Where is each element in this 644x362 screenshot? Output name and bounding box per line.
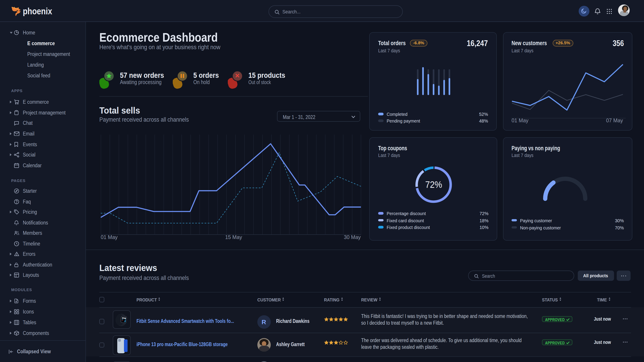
svg-text:30 May: 30 May — [344, 234, 361, 240]
svg-text:01 May: 01 May — [100, 234, 118, 240]
svg-text:72%: 72% — [425, 179, 442, 189]
svg-text:07 May: 07 May — [606, 118, 623, 123]
svg-text:15 May: 15 May — [225, 234, 242, 240]
svg-text:01 May: 01 May — [511, 118, 528, 123]
